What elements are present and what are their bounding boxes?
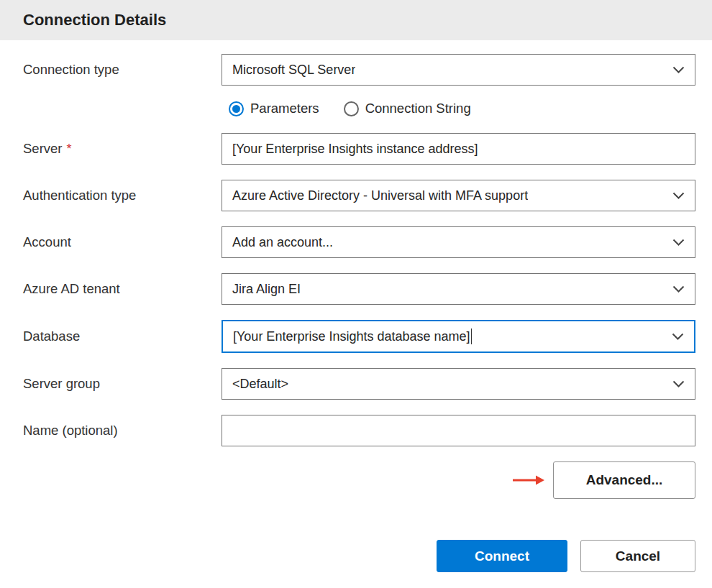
chevron-down-icon — [672, 333, 684, 341]
dialog-footer: Connect Cancel — [437, 540, 695, 572]
connection-string-radio-label: Connection String — [365, 101, 471, 116]
database-value: [Your Enterprise Insights database name] — [233, 329, 470, 344]
connection-type-dropdown[interactable]: Microsoft SQL Server — [222, 54, 695, 86]
account-row: Account Add an account... — [23, 226, 695, 258]
radio-selected-icon — [229, 101, 244, 116]
account-value: Add an account... — [232, 235, 333, 250]
chevron-down-icon — [672, 192, 685, 200]
database-dropdown[interactable]: [Your Enterprise Insights database name] — [222, 320, 695, 353]
server-input[interactable] — [222, 133, 695, 165]
azure-ad-tenant-dropdown[interactable]: Jira Align EI — [222, 273, 695, 305]
dialog-header: Connection Details — [0, 0, 712, 40]
chevron-down-icon — [672, 239, 685, 247]
server-group-row: Server group <Default> — [23, 368, 695, 400]
required-asterisk: * — [67, 142, 72, 156]
parameters-radio[interactable]: Parameters — [229, 101, 319, 116]
authentication-type-row: Authentication type Azure Active Directo… — [23, 180, 695, 211]
cancel-button[interactable]: Cancel — [580, 540, 695, 572]
connection-string-radio[interactable]: Connection String — [344, 101, 471, 116]
connection-type-label: Connection type — [23, 62, 222, 78]
authentication-type-dropdown[interactable]: Azure Active Directory - Universal with … — [222, 180, 695, 211]
text-caret — [471, 329, 473, 344]
name-label: Name (optional) — [23, 423, 222, 438]
server-group-dropdown[interactable]: <Default> — [222, 368, 695, 400]
red-arrow-icon — [511, 474, 546, 487]
connection-type-value: Microsoft SQL Server — [232, 63, 355, 78]
account-dropdown[interactable]: Add an account... — [222, 226, 695, 258]
server-row: Server* — [23, 133, 695, 165]
connection-type-row: Connection type Microsoft SQL Server — [23, 54, 695, 86]
name-input[interactable] — [222, 415, 695, 446]
name-row: Name (optional) — [23, 415, 695, 446]
database-label: Database — [23, 329, 222, 344]
advanced-row: Advanced... — [23, 461, 695, 499]
server-label: Server* — [23, 141, 222, 157]
database-row: Database [Your Enterprise Insights datab… — [23, 320, 695, 353]
azure-ad-tenant-value: Jira Align EI — [232, 282, 301, 297]
connect-button[interactable]: Connect — [437, 540, 567, 572]
connection-mode-row: Parameters Connection String — [23, 101, 695, 116]
chevron-down-icon — [672, 380, 685, 388]
authentication-type-value: Azure Active Directory - Universal with … — [232, 188, 528, 203]
connection-mode-radio-group: Parameters Connection String — [222, 101, 695, 116]
azure-ad-tenant-row: Azure AD tenant Jira Align EI — [23, 273, 695, 305]
azure-ad-tenant-label: Azure AD tenant — [23, 281, 222, 297]
chevron-down-icon — [672, 285, 685, 293]
radio-unselected-icon — [344, 101, 359, 116]
server-group-label: Server group — [23, 376, 222, 392]
authentication-type-label: Authentication type — [23, 188, 222, 203]
chevron-down-icon — [672, 66, 685, 74]
dialog-title: Connection Details — [23, 11, 166, 29]
account-label: Account — [23, 234, 222, 250]
advanced-button[interactable]: Advanced... — [553, 461, 695, 499]
server-group-value: <Default> — [232, 377, 288, 392]
parameters-radio-label: Parameters — [250, 101, 319, 116]
connection-form: Connection type Microsoft SQL Server Par… — [0, 40, 712, 499]
